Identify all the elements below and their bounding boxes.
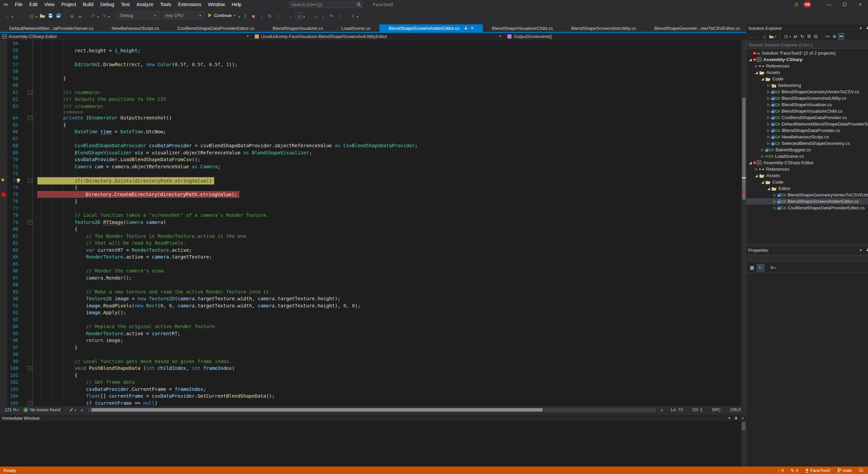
document-tab[interactable]: BlendShapeGeometr...rtexToCSVEditor.cs [645,24,746,32]
close-icon[interactable]: × [741,416,744,421]
restart-icon[interactable]: ↻ [266,13,273,20]
expanded-arrow-icon[interactable]: ◢ [748,161,753,165]
navigate-forward-icon[interactable]: → [15,12,22,20]
line-number[interactable]: 72 [7,170,18,177]
code-line[interactable]: 54 [0,40,746,47]
code-line[interactable]: 63 /// </summary> [0,103,746,110]
line-number[interactable]: 87 [7,274,18,282]
stop-debugging-icon[interactable]: ■ [250,12,257,20]
code-line[interactable]: 66 DateTime time = DateTime.UtcNow; [0,128,746,135]
collapsed-arrow-icon[interactable]: ▷ [754,167,759,171]
line-number[interactable]: 56 [7,54,18,61]
collapse-all-icon[interactable]: ⊟ [813,33,819,40]
tree-item[interactable]: ◢Assets [746,172,868,179]
line-number[interactable]: 60 [7,82,18,89]
properties-wrench-icon[interactable]: ⚙ [831,33,837,40]
line-number[interactable]: 103 [7,386,18,393]
line-number[interactable]: 58 [7,68,18,75]
home-icon[interactable]: ⌂ [762,33,768,40]
collapsed-arrow-icon[interactable]: ▷ [766,135,771,139]
collapsed-arrow-icon[interactable]: ▷ [766,90,771,94]
panel-splitter[interactable] [746,244,868,246]
redo-icon[interactable]: ↷ [101,13,107,20]
collapsed-arrow-icon[interactable]: ▷ [766,122,771,126]
code-line[interactable]: 84 RenderTexture.active = camera.targetT… [0,253,746,261]
editor-horizontal-scrollbar[interactable] [88,408,655,412]
code-line[interactable]: 69 BlendShapeVisualizer vis = visualizer… [0,149,746,156]
line-number[interactable]: 59 [7,75,18,82]
collapsed-arrow-icon[interactable]: ▷ [766,103,771,107]
expanded-arrow-icon[interactable]: ◢ [754,71,759,74]
alphabetical-sort-icon[interactable]: A↓ [757,264,764,271]
document-tab[interactable]: BlendShapeVisualizer.cs [263,24,332,32]
code-line[interactable]: 80 { [0,226,746,233]
code-cleanup-icon[interactable] [70,408,73,412]
chevron-down-icon[interactable]: ▾ [357,15,358,19]
document-tab[interactable]: BlendShapeVisualizerChild.cs [483,24,562,32]
status-bell[interactable] [859,468,865,473]
view-code-icon[interactable]: <> [825,33,831,40]
line-indicator[interactable]: Ln: 73 [671,407,683,412]
code-line[interactable]: 71 Camera cam = camera.objectReferenceVa… [0,163,746,170]
tree-item[interactable]: ▷C#BlendShapeVisualizerChild.cs [746,108,868,114]
code-line[interactable]: 86 // Render the camera's view. [0,267,746,274]
code-line[interactable]: 81 // The Render Texture in RenderTextur… [0,233,746,240]
code-line[interactable]: 92 image.Apply(); [0,309,746,316]
line-number[interactable]: 64 [7,114,18,121]
line-number[interactable]: 88 [7,281,18,288]
tree-item[interactable]: ◢C#Assembly-CSharp [746,56,868,63]
code-line[interactable]: 72 [0,170,746,177]
account-avatar[interactable]: OB [804,1,811,8]
chevron-down-icon[interactable]: ▾ [97,15,99,19]
pin-icon[interactable] [866,248,868,252]
chevron-down-icon[interactable]: ▾ [108,15,110,19]
line-number[interactable]: 83 [7,247,18,254]
menu-tools[interactable]: Tools [157,1,175,8]
line-number[interactable]: 95 [7,330,18,337]
tree-item[interactable]: ▷■-■References [746,63,868,69]
line-number[interactable]: 96 [7,337,18,344]
step-into-icon[interactable]: ↓ [258,12,265,20]
platform-combo[interactable]: Any CPU▾ [162,11,205,19]
code-line[interactable]: 93 [0,316,746,323]
code-line[interactable]: 89 // Make a new texture and read the ac… [0,288,746,296]
format-document-icon[interactable]: ≡ [68,12,75,20]
status-publish[interactable]: FaceTool2 [805,468,831,473]
document-tab[interactable]: NewBehaviourScript.cs [102,24,168,32]
line-number[interactable]: 54 [7,40,18,47]
code-line[interactable]: 68 CsvBlendShapeDataProvider csvDataProv… [0,142,746,149]
menu-view[interactable]: View [41,1,58,8]
document-tab[interactable]: BlendShapeScreenshotterEditor.cs× [379,24,483,32]
collapsed-arrow-icon[interactable]: ▷ [754,64,759,68]
categorized-icon[interactable]: ▦ [748,264,756,271]
codelens-references[interactable]: 1 reference [0,110,746,114]
line-number[interactable]: 71 [7,163,18,170]
document-tab[interactable]: BlendShapeScreenshotUtility.cs [562,24,645,32]
fold-toggle[interactable]: - [28,178,32,183]
code-line[interactable]: 105- if (currentFrame == null) [0,400,746,406]
code-line[interactable]: 56 [0,54,746,61]
bell-icon[interactable] [859,468,863,473]
collapsed-arrow-icon[interactable]: ▷ [772,206,777,210]
line-number[interactable]: 81 [7,233,18,240]
status-arrow-up[interactable]: ↑0 [778,468,784,473]
code-line[interactable]: 57 EditorGUI.DrawRect(rect, new Color(0.… [0,61,746,68]
line-number[interactable]: 97 [7,344,18,351]
line-number[interactable]: 82 [7,240,18,247]
collapsed-arrow-icon[interactable]: ▷ [766,129,771,132]
property-pages-icon[interactable] [768,264,775,271]
refresh-icon[interactable]: ↻ [799,33,805,40]
code-line[interactable]: 61- /// <summary> [0,89,746,96]
tree-item[interactable]: ▷C#IBlendShapeDataProvider.cs [746,127,868,134]
line-number[interactable]: 86 [7,267,18,274]
menu-test[interactable]: Test [118,1,133,8]
collapsed-arrow-icon[interactable]: ▷ [760,154,765,158]
nest-files-icon[interactable]: ⧉ [806,33,812,40]
chevron-down-icon[interactable]: ▾ [303,15,305,19]
code-line[interactable]: 83 var currentRT = RenderTexture.active; [0,247,746,254]
collapsed-arrow-icon[interactable]: ▷ [772,200,777,203]
expanded-arrow-icon[interactable]: ◢ [748,58,753,61]
tree-item[interactable]: ▷C#BlendShapeVisualizer.cs [746,101,868,108]
immediate-scrollbar[interactable] [741,421,746,467]
code-line[interactable]: 78 // Local function takes a "screenshot… [0,212,746,219]
